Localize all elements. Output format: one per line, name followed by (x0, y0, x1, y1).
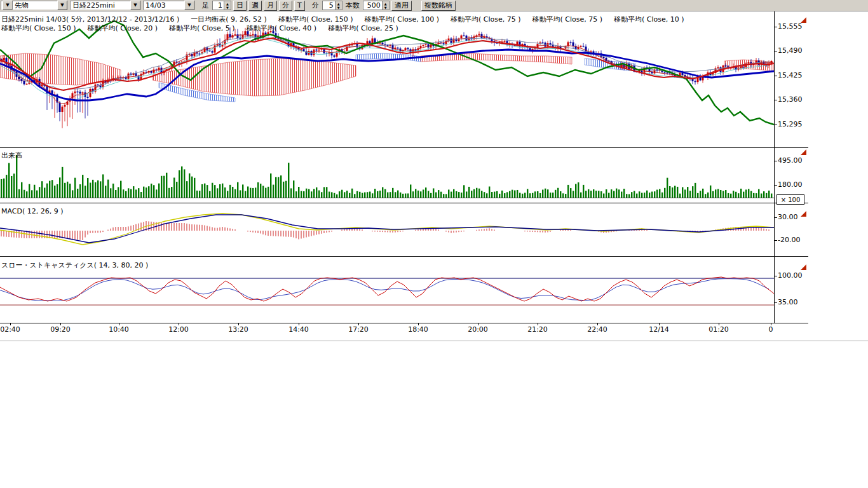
spinner-arrows-icon[interactable]: ▲▼ (335, 1, 342, 10)
apply-button[interactable]: 適用 (391, 1, 412, 11)
time-axis-tick-label: 14:40 (288, 325, 309, 334)
macd-panel (0, 214, 774, 245)
volume-panel-label: 出来高 (1, 151, 22, 160)
bar-interval-value: 1 (213, 1, 224, 10)
stoch-d-line (0, 279, 769, 301)
time-axis-tick-label: 21:20 (527, 325, 548, 334)
toolbar: ▼ 先物 ▼ 日経225mini ▼ 14/03 ▼ 足 1 ▲▼ 日 週 月 … (0, 0, 868, 11)
time-axis-tick-label: 18:40 (408, 325, 428, 334)
tick-bar-button[interactable]: T (294, 1, 305, 11)
time-axis-tick-label: 09:20 (50, 325, 71, 334)
panel-scroll-arrow[interactable] (801, 211, 806, 217)
time-axis-tick-label: 12:00 (168, 325, 189, 334)
price-axis-tick-label: 15,295 (778, 120, 803, 128)
minute-spinner[interactable]: 5 ▲▼ (322, 1, 342, 10)
week-bar-button[interactable]: 週 (248, 1, 262, 11)
category-dropdown[interactable]: 先物 ▼ (12, 1, 68, 10)
volume-scale-box: × 100 (776, 194, 804, 205)
spinner-arrows-icon[interactable]: ▲▼ (382, 1, 389, 10)
day-bar-button[interactable]: 日 (233, 1, 247, 11)
price-axis-tick-label: 15,555 (778, 22, 803, 30)
symbol-dropdown[interactable]: 日経225mini ▼ (70, 1, 141, 10)
bar-type-label: 足 (202, 1, 209, 10)
price-axis-tick-label: 15,360 (778, 95, 803, 104)
time-axis-tick-label: 12/14 (649, 325, 669, 334)
chevron-down-icon: ▼ (130, 1, 140, 10)
contract-dropdown-value: 14/03 (146, 1, 166, 10)
time-axis-tick-label: 22:40 (587, 325, 607, 334)
panel-scroll-arrow[interactable] (801, 149, 806, 155)
ichimoku-cloud (0, 53, 121, 85)
multi-symbol-button[interactable]: 複数銘柄 (421, 1, 456, 11)
price-panel (0, 21, 774, 128)
price-axis-tick-label: 15,490 (778, 46, 803, 55)
chart-canvas[interactable] (0, 0, 868, 488)
time-axis-tick-label: 20:00 (468, 325, 488, 334)
macd-panel-label: MACD( 12, 26, 9 ) (1, 207, 64, 215)
chevron-down-icon: ▼ (57, 1, 67, 10)
symbol-dropdown-value: 日経225mini (72, 1, 115, 10)
price-axis-tick-label: 15,425 (778, 71, 803, 79)
time-axis-tick-label: 02:40 (0, 325, 20, 334)
macd-axis-tick-label: -20.00 (778, 236, 800, 244)
stoch-panel-label: スロー・ストキャスティクス( 14, 3, 80, 20 ) (1, 261, 148, 270)
time-axis-tick-label: 0 (769, 325, 773, 334)
stoch-axis-tick-label: 100.00 (778, 271, 803, 280)
category-dropdown-value: 先物 (15, 1, 29, 10)
contract-dropdown[interactable]: 14/03 ▼ (143, 1, 195, 10)
macd-axis-tick-label: 30.00 (778, 213, 798, 221)
minute-bar-button[interactable]: 分 (279, 1, 292, 11)
stoch-axis-tick-label: 35.00 (778, 298, 798, 306)
volume-scale-value: × 100 (781, 196, 801, 203)
bar-interval-spinner[interactable]: 1 ▲▼ (212, 1, 231, 10)
chevron-down-icon: ▼ (3, 1, 13, 10)
time-axis-tick-label: 17:20 (348, 325, 369, 334)
minute-value: 5 (323, 1, 335, 10)
volume-axis-tick-label: 495.00 (778, 156, 803, 165)
time-axis-tick-label: 10:40 (109, 325, 129, 334)
volume-panel (0, 155, 774, 198)
chevron-down-icon: ▼ (184, 1, 194, 10)
month-bar-button[interactable]: 月 (264, 1, 277, 11)
bar-count-label: 本数 (346, 1, 360, 10)
volume-axis-tick-label: 180.00 (778, 180, 803, 189)
bar-count-spinner[interactable]: 500 ▲▼ (363, 1, 390, 10)
stoch-panel (0, 277, 774, 305)
panel-scroll-arrow[interactable] (801, 264, 806, 270)
spinner-arrows-icon[interactable]: ▲▼ (224, 1, 231, 10)
time-axis-tick-label: 13:20 (228, 325, 248, 334)
minute-label: 分 (312, 1, 319, 10)
corner-dropdown[interactable]: ▼ (1, 1, 10, 10)
macd-signal-line (0, 215, 774, 243)
time-axis-tick-label: 01:20 (709, 325, 729, 334)
bar-count-value: 500 (363, 1, 382, 10)
